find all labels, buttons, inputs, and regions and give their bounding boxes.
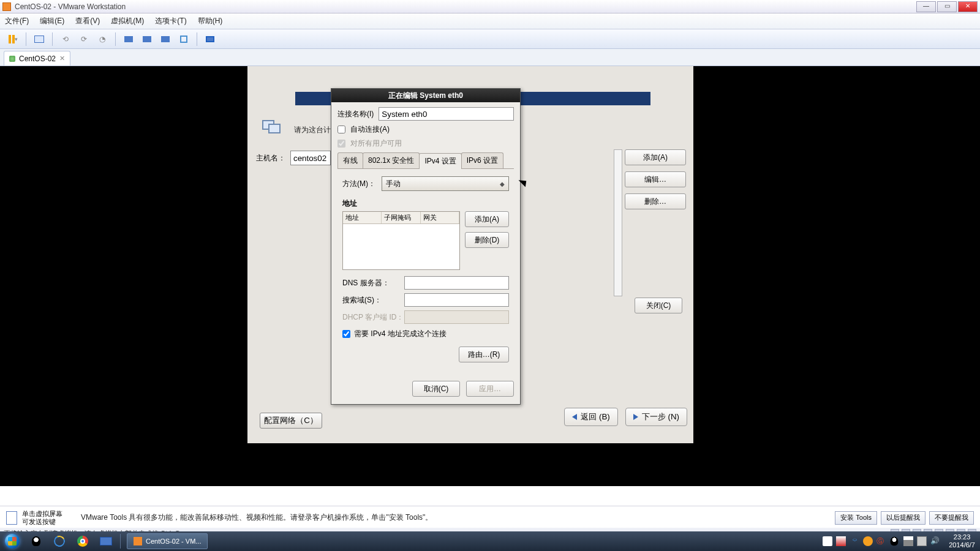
vmware-titlebar: CentOS-02 - VMware Workstation — ▭ ✕ xyxy=(0,0,980,13)
power-icon[interactable]: ▾ xyxy=(6,32,20,46)
routes-button[interactable]: 路由…(R) xyxy=(459,347,509,362)
all-users-checkbox xyxy=(337,140,345,148)
separator xyxy=(52,32,53,46)
tools-message: VMware Tools 具有很多功能，能改善鼠标移动性、视频和性能。请登录客户… xyxy=(81,512,432,523)
install-tools-button[interactable]: 安装 Tools xyxy=(835,511,877,525)
qq-icon[interactable] xyxy=(26,533,47,549)
connection-name-input[interactable] xyxy=(379,107,514,121)
menu-vm[interactable]: 虚拟机(M) xyxy=(111,16,144,26)
mouse-cursor-icon xyxy=(521,177,529,188)
unity-icon[interactable] xyxy=(177,32,190,46)
parent-edit-button[interactable]: 编辑… xyxy=(625,171,686,187)
parent-delete-button[interactable]: 删除… xyxy=(625,193,686,209)
separator xyxy=(26,32,26,46)
tray-icon[interactable]: Ⓖ xyxy=(876,536,886,546)
dns-input[interactable] xyxy=(404,276,509,290)
parent-close-button[interactable]: 关闭(C) xyxy=(635,298,682,313)
require-ipv4-checkbox[interactable] xyxy=(342,330,350,338)
snapshot-icon[interactable]: ⟲ xyxy=(59,32,72,46)
address-delete-button[interactable]: 删除(D) xyxy=(465,232,509,248)
tab-close-icon[interactable]: ✕ xyxy=(59,54,65,62)
separator xyxy=(120,534,121,549)
screen-mode-icon[interactable] xyxy=(32,32,46,46)
method-dropdown[interactable]: 手动 ◆ xyxy=(382,176,509,191)
method-value: 手动 xyxy=(386,179,401,189)
search-domain-label: 搜索域(S)： xyxy=(342,295,404,305)
qq-tray-icon[interactable] xyxy=(890,536,900,546)
flag-icon[interactable] xyxy=(836,536,846,546)
system-tray: ⌔ Ⓖ 🔊 23:23 2014/6/7 xyxy=(823,533,980,549)
address-table[interactable]: 地址 子网掩码 网关 xyxy=(342,211,460,270)
search-domain-input[interactable] xyxy=(404,293,509,307)
clock[interactable]: 23:23 2014/6/7 xyxy=(949,533,975,549)
connection-list-strip[interactable] xyxy=(614,149,622,296)
auto-connect-checkbox[interactable] xyxy=(337,126,345,133)
col-netmask: 子网掩码 xyxy=(382,212,420,223)
minimize-button[interactable]: — xyxy=(916,1,936,12)
tab-wired[interactable]: 有线 xyxy=(337,152,363,168)
computer-icon xyxy=(262,120,287,138)
tray-icon[interactable] xyxy=(863,536,873,546)
remind-later-button[interactable]: 以后提醒我 xyxy=(881,511,925,525)
hostname-prompt: 请为这台计 xyxy=(294,125,331,135)
hint-line1: 单击虚拟屏幕 xyxy=(22,510,62,518)
arrow-right-icon xyxy=(633,414,638,420)
tabbar: CentOS-02 ✕ xyxy=(0,49,980,66)
dialog-tabs: 有线 802.1x 安全性 IPv4 设置 IPv6 设置 xyxy=(337,152,514,169)
menu-help[interactable]: 帮助(H) xyxy=(198,16,223,26)
menu-file[interactable]: 文件(F) xyxy=(5,16,29,26)
close-button[interactable]: ✕ xyxy=(958,1,978,12)
network-icon[interactable] xyxy=(903,536,913,546)
tab-ipv6[interactable]: IPv6 设置 xyxy=(461,152,503,168)
chrome-icon[interactable] xyxy=(72,533,93,549)
dhcp-client-id-label: DHCP 客户端 ID： xyxy=(342,312,404,323)
all-users-label: 对所有用户可用 xyxy=(350,138,402,149)
snapshot-manager-icon[interactable]: ◔ xyxy=(96,32,109,46)
parent-add-button[interactable]: 添加(A) xyxy=(625,149,686,165)
separator xyxy=(197,32,197,46)
clock-time: 23:23 xyxy=(949,533,975,541)
ie-icon[interactable] xyxy=(49,533,70,549)
bluetooth-icon[interactable]: ⌔ xyxy=(850,536,859,546)
taskbar-vmware-item[interactable]: CentOS-02 - VM... xyxy=(127,533,208,549)
guest-screen: 请为这台计 主机名： 添加(A) 编辑… 删除… 关闭(C) 配置网络（C） 返… xyxy=(247,66,693,443)
col-gateway: 网关 xyxy=(421,212,459,223)
snapshot-icon[interactable]: ⟳ xyxy=(77,32,91,46)
address-add-button[interactable]: 添加(A) xyxy=(465,211,509,227)
chevron-down-icon: ◆ xyxy=(500,181,505,187)
never-remind-button[interactable]: 不要提醒我 xyxy=(929,511,974,525)
explorer-icon[interactable] xyxy=(96,533,116,549)
maximize-button[interactable]: ▭ xyxy=(937,1,957,12)
menu-edit[interactable]: 编辑(E) xyxy=(40,16,64,26)
dialog-title: 正在编辑 System eth0 xyxy=(331,89,520,102)
vmware-info-bar: 单击虚拟屏幕 可发送按键 VMware Tools 具有很多功能，能改善鼠标移动… xyxy=(0,506,980,529)
tray-icon[interactable] xyxy=(823,536,832,546)
start-button[interactable] xyxy=(0,531,24,551)
addresses-label: 地址 xyxy=(342,198,509,209)
vm-display-area[interactable]: 请为这台计 主机名： 添加(A) 编辑… 删除… 关闭(C) 配置网络（C） 返… xyxy=(0,66,980,486)
vm-tab[interactable]: CentOS-02 ✕ xyxy=(4,51,70,66)
fullscreen-icon[interactable] xyxy=(203,32,217,46)
volume-icon[interactable]: 🔊 xyxy=(930,536,940,546)
hostname-input[interactable] xyxy=(290,151,331,165)
view-icon[interactable] xyxy=(159,32,172,46)
power-icon[interactable] xyxy=(917,536,927,546)
tab-8021x[interactable]: 802.1x 安全性 xyxy=(363,152,420,168)
menu-tabs[interactable]: 选项卡(T) xyxy=(155,16,186,26)
clock-date: 2014/6/7 xyxy=(949,541,975,549)
tab-ipv4[interactable]: IPv4 设置 xyxy=(419,153,461,169)
hint-line2: 可发送按键 xyxy=(22,518,62,526)
col-address: 地址 xyxy=(343,212,382,223)
back-button[interactable]: 返回 (B) xyxy=(564,408,617,426)
dns-label: DNS 服务器： xyxy=(342,278,404,288)
cancel-button[interactable]: 取消(C) xyxy=(412,381,460,397)
menu-view[interactable]: 查看(V) xyxy=(75,16,100,26)
configure-network-button[interactable]: 配置网络（C） xyxy=(260,413,322,429)
next-button[interactable]: 下一步 (N) xyxy=(625,408,687,426)
taskbar-item-label: CentOS-02 - VM... xyxy=(146,538,201,545)
hint-icon xyxy=(6,511,17,525)
hostname-label: 主机名： xyxy=(256,153,285,163)
vm-status-icon xyxy=(9,56,15,62)
view-icon[interactable] xyxy=(122,32,135,46)
view-icon[interactable] xyxy=(140,32,154,46)
